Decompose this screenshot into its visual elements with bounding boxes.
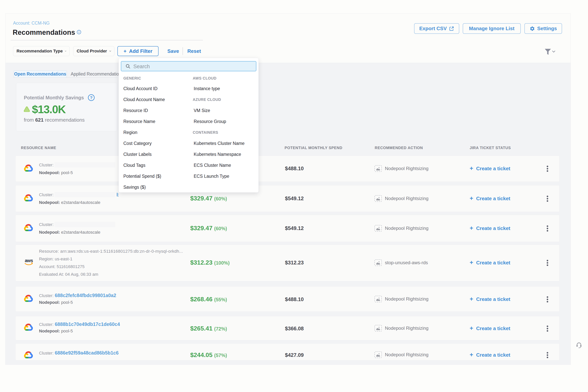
svg-text:aws: aws (25, 258, 33, 263)
svg-text:?: ? (90, 95, 92, 100)
